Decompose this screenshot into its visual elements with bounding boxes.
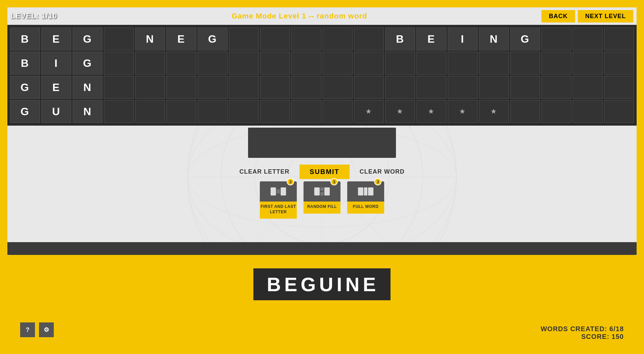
level-label: LEVEL: 1/10	[11, 12, 57, 20]
scoreboard-cell: G	[10, 76, 40, 99]
scoreboard-cell	[510, 100, 540, 123]
svg-rect-16	[324, 187, 330, 195]
scoreboard-cell	[448, 52, 478, 75]
scoreboard-cell	[385, 52, 415, 75]
score-info: WORDS CREATED: 6/18 SCORE: 150	[540, 325, 624, 341]
scoreboard-cell	[385, 76, 415, 99]
scoreboard-cell	[604, 52, 634, 75]
scoreboard-cell	[479, 76, 509, 99]
scoreboard-cell	[573, 28, 603, 50]
scoreboard-cell	[291, 52, 321, 75]
settings-button[interactable]: ⚙	[39, 322, 54, 337]
svg-rect-13	[277, 189, 280, 193]
scoreboard-cell	[104, 76, 134, 99]
next-level-button[interactable]: NEXT LEVEL	[578, 10, 633, 23]
scoreboard-cell	[291, 76, 321, 99]
target-letter: G	[300, 273, 317, 296]
scoreboard-cell	[323, 28, 353, 50]
scoreboard-cell	[104, 100, 134, 123]
powerup-card-2[interactable]: 3FULL WORD	[347, 181, 384, 214]
scoreboard-cell	[541, 100, 571, 123]
target-letter: B	[267, 273, 282, 296]
scoreboard-cell	[573, 52, 603, 75]
target-letter: E	[363, 273, 377, 296]
scoreboard-cell	[448, 76, 478, 99]
scoreboard-cell	[323, 76, 353, 99]
game-mode-label: Game Mode Level 1 -- random word	[57, 12, 541, 20]
powerup-badge: 3	[330, 178, 338, 185]
word-input-area[interactable]	[248, 128, 396, 158]
scoreboard-cell	[323, 52, 353, 75]
scoreboard-cell	[416, 52, 446, 75]
scoreboard-cell	[541, 52, 571, 75]
scoreboard-cell	[135, 76, 165, 99]
scoreboard-cell: N	[73, 100, 103, 123]
svg-rect-17	[320, 192, 324, 195]
scoreboard-cell	[541, 28, 571, 50]
scoreboard-cell: N	[73, 76, 103, 99]
scoreboard-cell	[198, 52, 228, 75]
scoreboard-cell	[104, 28, 134, 50]
scoreboard-cell	[541, 76, 571, 99]
scoreboard-cell: G	[198, 28, 228, 50]
scoreboard-cell	[260, 28, 290, 50]
scoreboard-cell: N	[479, 28, 509, 50]
target-letter: N	[346, 273, 361, 296]
scoreboard-cell: B	[10, 28, 40, 50]
scoreboard-cell	[260, 52, 290, 75]
scoreboard-cell	[229, 76, 259, 99]
header-buttons: BACK NEXT LEVEL	[541, 10, 633, 23]
scoreboard-cell	[229, 52, 259, 75]
target-letter: E	[284, 273, 299, 296]
powerup-badge: 3	[287, 178, 294, 185]
scoreboard-cell: I	[448, 28, 478, 50]
clear-letter-button[interactable]: CLEAR LETTER	[239, 168, 289, 175]
submit-button[interactable]: SUBMIT	[299, 165, 350, 179]
scoreboard-cell: U	[41, 100, 71, 123]
scoreboard-cell: G	[73, 52, 103, 75]
scoreboard-cell	[135, 100, 165, 123]
scoreboard-cell: B	[10, 52, 40, 75]
scoreboard-row: BIG	[10, 52, 634, 75]
scoreboard-cell	[354, 28, 384, 50]
scoreboard-cell: E	[41, 28, 71, 50]
svg-rect-20	[368, 187, 373, 195]
scoreboard-cell: G	[73, 28, 103, 50]
action-buttons: CLEAR LETTER SUBMIT CLEAR WORD	[239, 165, 405, 179]
scoreboard-cell	[573, 100, 603, 123]
scoreboard-cell: ★	[385, 100, 415, 123]
scoreboard-cell	[479, 52, 509, 75]
back-button[interactable]: BACK	[541, 10, 575, 23]
scoreboard-cell: ★	[479, 100, 509, 123]
scoreboard-cell	[166, 100, 196, 123]
scoreboard-cell	[604, 76, 634, 99]
scoreboard-cell	[135, 52, 165, 75]
bottom-dark-strip	[0, 242, 644, 255]
scoreboard-cell	[604, 100, 634, 123]
powerups-container: 3FIRST AND LAST LETTER3RANDOM FILL3FULL …	[260, 181, 384, 219]
scoreboard-cell	[323, 100, 353, 123]
target-letter: U	[319, 273, 335, 296]
target-word-display: BEGUINE	[253, 268, 391, 300]
svg-rect-19	[364, 187, 367, 195]
powerup-card-0[interactable]: 3FIRST AND LAST LETTER	[260, 181, 297, 219]
scoreboard-cell	[291, 28, 321, 50]
scoreboard-cell: N	[135, 28, 165, 50]
header: LEVEL: 1/10 Game Mode Level 1 -- random …	[7, 7, 637, 25]
scoreboard-cell	[229, 100, 259, 123]
powerup-label: FULL WORD	[353, 204, 378, 210]
clear-word-button[interactable]: CLEAR WORD	[360, 168, 405, 175]
powerup-badge: 3	[374, 178, 381, 185]
svg-rect-11	[271, 187, 276, 195]
scoreboard-cell	[260, 100, 290, 123]
svg-rect-14	[314, 187, 320, 195]
svg-rect-15	[320, 187, 324, 191]
powerup-card-1[interactable]: 3RANDOM FILL	[304, 181, 340, 214]
scoreboard-cell	[416, 76, 446, 99]
scoreboard-cell	[510, 76, 540, 99]
scoreboard-cell: I	[41, 52, 71, 75]
scoreboard-cell	[198, 76, 228, 99]
help-button[interactable]: ?	[20, 322, 35, 337]
scoreboard-cell	[166, 52, 196, 75]
svg-rect-18	[358, 187, 363, 195]
